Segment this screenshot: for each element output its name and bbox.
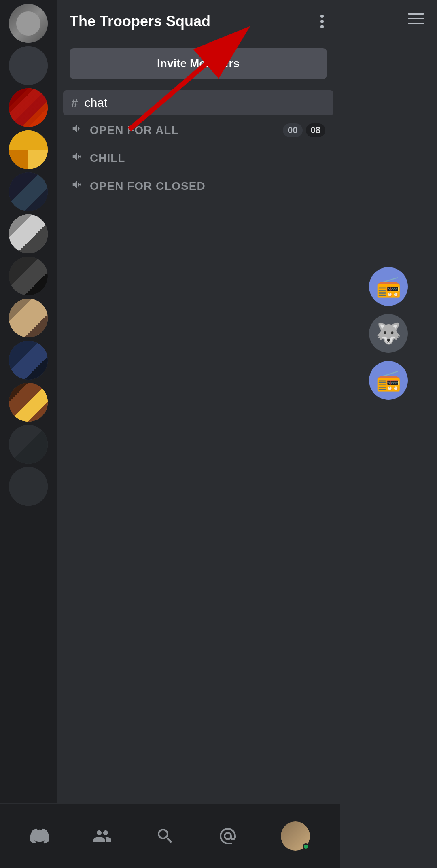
voice-channel-name-2: CHILL: [90, 152, 125, 165]
voice-icon-2: [71, 151, 83, 166]
voice-badges-1: 00 08: [283, 123, 325, 137]
user-avatar[interactable]: [281, 821, 310, 851]
mentions-icon: [218, 826, 238, 846]
server-sidebar: [0, 0, 57, 868]
voice-icon-1: [71, 123, 83, 138]
more-options-button[interactable]: [317, 11, 327, 32]
server-icon-8[interactable]: [9, 341, 48, 380]
server-icon-2[interactable]: [9, 88, 48, 127]
svg-point-0: [79, 156, 81, 158]
server-icon-6[interactable]: [9, 257, 48, 295]
channel-name-chat: chat: [85, 96, 108, 110]
server-icon-9[interactable]: [9, 383, 48, 422]
channel-header: The Troopers Squad: [57, 0, 340, 40]
member-avatar-boombox-1[interactable]: 📻: [369, 267, 408, 306]
hamburger-menu-button[interactable]: [408, 13, 424, 24]
voice-icon-3: [71, 178, 83, 193]
invite-members-button[interactable]: Invite Members: [70, 48, 327, 79]
server-icon-top[interactable]: [9, 4, 48, 43]
online-indicator: [303, 843, 309, 850]
nav-item-home[interactable]: [22, 822, 57, 850]
voice-channel-open-for-all[interactable]: OPEN FOR ALL 00 08: [63, 117, 333, 143]
server-icon-7[interactable]: [9, 299, 48, 337]
friends-icon: [93, 826, 112, 846]
three-dots-icon: [320, 15, 324, 28]
nav-item-friends[interactable]: [85, 822, 120, 850]
member-sidebar: 📻 🐺 📻: [340, 0, 437, 868]
discord-icon: [30, 826, 49, 846]
channel-item-chat[interactable]: # chat: [63, 90, 333, 115]
bottom-nav: [0, 803, 340, 868]
server-icon-11[interactable]: [9, 467, 48, 506]
server-name: The Troopers Squad: [70, 13, 317, 30]
svg-point-1: [79, 184, 81, 186]
nav-item-search[interactable]: [147, 822, 183, 850]
member-avatar-wolf[interactable]: 🐺: [369, 314, 408, 353]
server-icon-4[interactable]: [9, 172, 48, 211]
badge-08: 08: [306, 123, 325, 137]
member-avatar-boombox-2[interactable]: 📻: [369, 361, 408, 400]
badge-00: 00: [283, 123, 302, 137]
channel-panel: The Troopers Squad Invite Members # chat…: [57, 0, 340, 868]
nav-item-profile[interactable]: [273, 817, 318, 855]
voice-channel-chill[interactable]: CHILL: [63, 145, 333, 171]
voice-channel-name-3: OPEN FOR CLOSED: [90, 180, 206, 193]
server-icon-10[interactable]: [9, 425, 48, 464]
server-icon-3[interactable]: [9, 130, 48, 169]
server-icon-1[interactable]: [9, 46, 48, 85]
voice-channel-open-for-closed[interactable]: OPEN FOR CLOSED: [63, 173, 333, 199]
nav-item-mentions[interactable]: [210, 822, 246, 850]
voice-channel-name-1: OPEN FOR ALL: [90, 124, 178, 137]
channel-list: # chat OPEN FOR ALL 00 08: [57, 87, 340, 202]
server-icon-5[interactable]: [9, 214, 48, 253]
search-icon: [155, 826, 175, 846]
hash-icon: #: [71, 96, 78, 110]
